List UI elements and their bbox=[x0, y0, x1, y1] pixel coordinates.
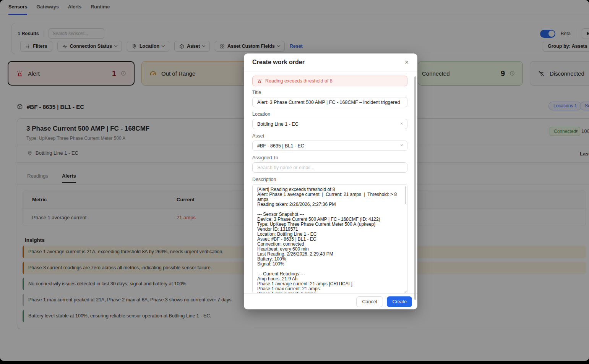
title-field[interactable] bbox=[252, 97, 407, 107]
modal-body: Reading exceeds threshold of 8 Title Loc… bbox=[244, 71, 417, 293]
modal-header: Create work order ✕ bbox=[244, 53, 417, 71]
cancel-button[interactable]: Cancel bbox=[356, 296, 383, 307]
alert-banner: Reading exceeds threshold of 8 bbox=[252, 76, 407, 86]
modal-footer: Cancel Create bbox=[244, 293, 417, 309]
modal-title: Create work order bbox=[252, 59, 305, 66]
assigned-to-field[interactable] bbox=[252, 162, 407, 173]
clear-location-icon[interactable]: ✕ bbox=[400, 121, 403, 126]
description-field[interactable]: [Alert] Reading exceeds threshold of 8 A… bbox=[253, 184, 407, 293]
title-label: Title bbox=[252, 89, 407, 95]
modal-scrollbar[interactable] bbox=[414, 76, 416, 300]
textarea-scrollbar[interactable] bbox=[405, 186, 406, 204]
alert-banner-text: Reading exceeds threshold of 8 bbox=[265, 78, 333, 84]
description-field-wrap: [Alert] Reading exceeds threshold of 8 A… bbox=[252, 184, 407, 293]
location-field[interactable] bbox=[252, 119, 407, 129]
clear-asset-icon[interactable]: ✕ bbox=[400, 143, 403, 147]
description-label: Description bbox=[252, 176, 407, 183]
close-icon[interactable]: ✕ bbox=[404, 59, 409, 65]
create-button[interactable]: Create bbox=[387, 296, 412, 307]
create-work-order-modal: Create work order ✕ Reading exceeds thre… bbox=[244, 53, 417, 309]
siren-icon bbox=[257, 78, 262, 84]
asset-field[interactable] bbox=[252, 141, 407, 151]
location-label: Location bbox=[252, 111, 407, 117]
assigned-to-label: Assigned To bbox=[252, 155, 407, 161]
asset-label: Asset bbox=[252, 133, 407, 139]
